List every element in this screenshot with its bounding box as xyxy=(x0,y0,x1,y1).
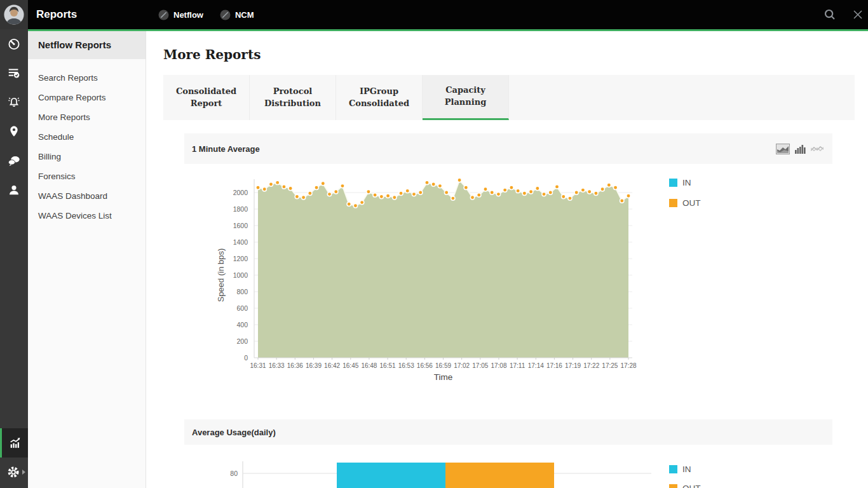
icon-rail xyxy=(0,0,28,488)
svg-text:17:05: 17:05 xyxy=(472,362,488,369)
rail-bottom xyxy=(0,428,28,487)
chart-type-switcher xyxy=(776,133,824,164)
minute-average-area-chart[interactable]: 020040060080010001200140016001800200016:… xyxy=(184,166,680,386)
topbar-right xyxy=(824,0,863,29)
location-pin-icon xyxy=(7,125,21,139)
svg-text:17:08: 17:08 xyxy=(491,362,506,369)
tab-ipgroup-consolidated[interactable]: IPGroup Consolidated xyxy=(336,75,423,120)
sidebar-item-compare-reports[interactable]: Compare Reports xyxy=(28,88,146,107)
sidebar-item-analytics-active[interactable] xyxy=(0,428,28,458)
avatar-image xyxy=(3,4,25,25)
nav-item-ncm[interactable]: NCM xyxy=(220,10,254,20)
panel-title: 1 Minute Average xyxy=(184,144,260,154)
app-window: Reports Netflow NCM xyxy=(0,0,868,488)
legend-item-out[interactable]: OUT xyxy=(669,198,701,208)
nav-item-netflow[interactable]: Netflow xyxy=(158,10,203,20)
legend-label: OUT xyxy=(682,198,701,208)
svg-text:1200: 1200 xyxy=(233,255,248,262)
svg-text:600: 600 xyxy=(236,304,248,312)
nav-label: NCM xyxy=(235,10,254,20)
bar-chart-icon[interactable] xyxy=(795,144,806,154)
svg-text:Speed (in bps): Speed (in bps) xyxy=(216,248,226,302)
svg-text:800: 800 xyxy=(236,288,248,295)
svg-text:16:33: 16:33 xyxy=(269,362,285,369)
svg-text:1600: 1600 xyxy=(233,222,248,229)
svg-text:16:45: 16:45 xyxy=(342,362,358,369)
area-chart-icon[interactable] xyxy=(776,144,790,154)
sidebar-item-maps[interactable] xyxy=(0,117,28,146)
legend-item-in[interactable]: IN xyxy=(669,464,701,474)
chat-bubbles-icon xyxy=(7,154,21,168)
line-chart-icon[interactable] xyxy=(811,145,824,153)
svg-text:1400: 1400 xyxy=(233,238,248,246)
panel-minute-average: 1 Minute Average xyxy=(184,133,832,164)
tab-consolidated-report[interactable]: Consolidated Report xyxy=(163,75,250,120)
svg-text:16:59: 16:59 xyxy=(435,362,451,369)
sidebar-item-waas-devices-list[interactable]: WAAS Devices List xyxy=(28,206,146,226)
legend-item-out[interactable]: OUT xyxy=(669,484,701,488)
legend-swatch-in xyxy=(669,179,677,187)
sidebar-item-forensics[interactable]: Forensics xyxy=(28,166,146,186)
svg-text:17:16: 17:16 xyxy=(546,362,562,369)
sidebar: Netflow Reports Search Reports Compare R… xyxy=(28,31,146,488)
legend-label: IN xyxy=(682,178,691,187)
tab-protocol-distribution[interactable]: Protocol Distribution xyxy=(250,75,336,120)
search-icon[interactable] xyxy=(824,8,836,21)
sidebar-item-more-reports[interactable]: More Reports xyxy=(28,107,146,127)
page-title: More Reports xyxy=(163,47,261,62)
svg-text:17:19: 17:19 xyxy=(565,362,581,369)
svg-text:1800: 1800 xyxy=(233,205,248,213)
svg-text:16:42: 16:42 xyxy=(324,362,340,369)
svg-text:Time: Time xyxy=(434,372,453,382)
module-slash-circle-icon xyxy=(158,10,169,20)
accent-divider xyxy=(28,29,868,31)
svg-text:0: 0 xyxy=(244,354,248,362)
alert-bell-icon xyxy=(7,95,21,109)
gear-icon xyxy=(7,465,21,479)
svg-text:1000: 1000 xyxy=(233,271,248,279)
svg-text:2000: 2000 xyxy=(233,189,248,196)
report-tabs: Consolidated Report Protocol Distributio… xyxy=(163,75,855,120)
svg-text:16:39: 16:39 xyxy=(306,362,322,369)
trend-chart-icon xyxy=(8,436,22,450)
sidebar-menu: Search Reports Compare Reports More Repo… xyxy=(28,59,146,226)
svg-text:16:36: 16:36 xyxy=(287,362,303,369)
nav-label: Netflow xyxy=(173,10,203,20)
gauge-icon xyxy=(7,37,21,51)
sidebar-item-reports[interactable] xyxy=(0,58,28,88)
svg-text:17:14: 17:14 xyxy=(528,362,544,369)
average-usage-bar-chart[interactable]: 80 xyxy=(184,450,705,488)
legend-swatch-out xyxy=(669,484,677,488)
svg-text:400: 400 xyxy=(236,321,248,329)
bar-chart-legend: IN OUT xyxy=(669,464,701,488)
report-list-icon xyxy=(7,66,21,80)
close-icon[interactable] xyxy=(853,10,863,20)
sidebar-item-alarms[interactable] xyxy=(0,88,28,117)
page-header-title: Reports xyxy=(36,8,77,21)
legend-item-in[interactable]: IN xyxy=(669,178,701,187)
sidebar-item-search-reports[interactable]: Search Reports xyxy=(28,68,146,88)
caret-right-icon xyxy=(22,470,25,475)
svg-text:16:31: 16:31 xyxy=(250,362,266,369)
svg-text:80: 80 xyxy=(230,470,238,477)
sidebar-item-users[interactable] xyxy=(0,175,28,205)
panel-title: Average Usage(daily) xyxy=(184,428,276,437)
svg-text:16:53: 16:53 xyxy=(398,362,414,369)
sidebar-item-chat[interactable] xyxy=(0,146,28,175)
area-chart-legend: IN OUT xyxy=(669,178,701,219)
sidebar-item-settings[interactable] xyxy=(0,458,28,487)
sidebar-item-waas-dashboard[interactable]: WAAS Dashboard xyxy=(28,186,146,206)
sidebar-item-billing[interactable]: Billing xyxy=(28,147,146,166)
sidebar-item-dashboard[interactable] xyxy=(0,29,28,58)
svg-text:200: 200 xyxy=(236,337,248,345)
sidebar-item-schedule[interactable]: Schedule xyxy=(28,127,146,147)
svg-text:16:48: 16:48 xyxy=(361,362,377,369)
svg-text:16:51: 16:51 xyxy=(380,362,396,369)
legend-label: OUT xyxy=(682,484,701,488)
svg-text:17:22: 17:22 xyxy=(583,362,599,369)
avatar[interactable] xyxy=(0,0,28,29)
sidebar-title: Netflow Reports xyxy=(28,31,146,59)
legend-swatch-in xyxy=(669,465,677,473)
tab-capacity-planning[interactable]: Capacity Planning xyxy=(423,75,509,120)
svg-text:16:56: 16:56 xyxy=(417,362,433,369)
